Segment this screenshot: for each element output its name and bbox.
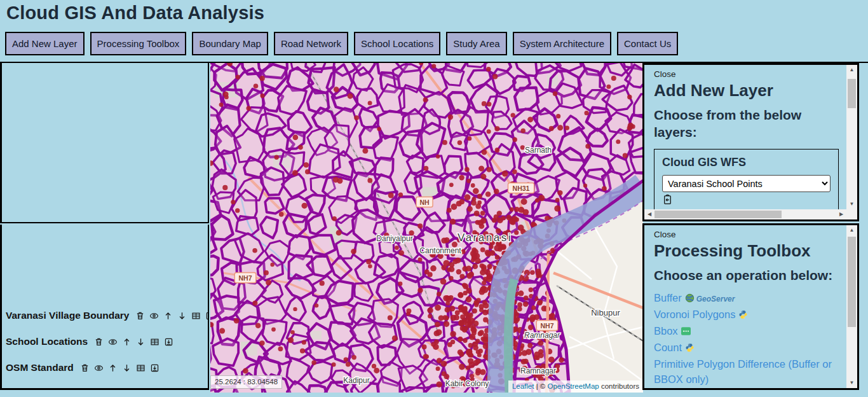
geoserver-wordmark: GeoServer	[696, 295, 735, 303]
add-new-layer-panel: Close Add New Layer Choose from the belo…	[642, 63, 859, 221]
svg-text:NH: NH	[419, 198, 429, 206]
layer-list: Varanasi Village BoundarySchool Location…	[2, 225, 208, 373]
svg-text:Nibupur: Nibupur	[591, 308, 620, 317]
visibility-icon[interactable]	[108, 337, 118, 347]
mouse-coordinates: 25.2624 : 83.04548	[210, 375, 282, 389]
horizontal-scrollbar[interactable]: ◀ ▶	[644, 209, 846, 219]
scroll-up-arrow[interactable]: ▲	[846, 225, 857, 235]
svg-text:Ramnagar: Ramnagar	[520, 366, 556, 375]
wfs-group-title: Cloud GIS WFS	[662, 156, 831, 169]
svg-text:Cantonment: Cantonment	[419, 246, 461, 255]
copyright-symbol: ©	[540, 382, 545, 390]
python-icon	[685, 341, 695, 356]
scroll-right-arrow[interactable]: ▶	[836, 209, 846, 219]
add-layer-import-icon[interactable]	[662, 194, 673, 205]
svg-text:Kabir Colony: Kabir Colony	[445, 379, 489, 388]
nav-button-boundary-map[interactable]: Boundary Map	[192, 32, 268, 55]
attribute-table-icon[interactable]	[150, 337, 159, 347]
svg-text:Sarnath: Sarnath	[525, 146, 552, 155]
operations-list: BufferGeoServerVoronoi PolygonsBboxCount…	[654, 290, 846, 387]
map-attribution: Leaflet | © OpenStreetMap contributors	[508, 380, 643, 393]
nav-button-study-area[interactable]: Study Area	[446, 32, 506, 55]
toolbox-subtitle: Choose an operation below:	[654, 267, 843, 284]
attribute-table-icon[interactable]	[191, 311, 201, 321]
nav-button-contact-us[interactable]: Contact Us	[617, 32, 678, 55]
export-icon[interactable]	[150, 363, 159, 373]
move-down-icon[interactable]	[177, 311, 187, 321]
operation-link-buffer[interactable]: Buffer	[654, 292, 682, 303]
attribute-table-icon[interactable]	[136, 363, 146, 373]
delete-icon[interactable]	[80, 363, 90, 373]
svg-text:Kadipur: Kadipur	[343, 376, 369, 385]
scrollbar-thumb[interactable]	[654, 211, 782, 218]
add-layer-title: Add New Layer	[654, 81, 843, 101]
layer-label: Varanasi Village Boundary	[6, 310, 129, 321]
nav-button-school-locations[interactable]: School Locations	[354, 32, 440, 55]
nav-button-processing-toolbox[interactable]: Processing Toolbox	[90, 32, 187, 55]
svg-text:NH7: NH7	[238, 274, 252, 282]
operation-link-primitive-polygon-difference-buffer-or-bbox-only[interactable]: Primitive Polygon Difference (Buffer or …	[654, 358, 832, 385]
svg-text:Varanasi: Varanasi	[458, 232, 512, 244]
svg-text:NH31: NH31	[513, 185, 530, 192]
scroll-up-arrow[interactable]: ▲	[846, 65, 857, 75]
wfs-source-group: Cloud GIS WFS Varanasi School Points	[654, 149, 839, 214]
operation-link-voronoi-polygons[interactable]: Voronoi Polygons	[654, 309, 735, 320]
operation-primitive-polygon-difference-buffer-or-bbox-only: Primitive Polygon Difference (Buffer or …	[654, 356, 846, 387]
export-icon[interactable]	[164, 337, 173, 347]
layer-row-varanasi-village-boundary: Varanasi Village Boundary	[6, 310, 208, 321]
nav-button-road-network[interactable]: Road Network	[274, 32, 348, 55]
export-icon[interactable]	[205, 311, 209, 321]
move-down-icon[interactable]	[122, 363, 132, 373]
layer-label: School Locations	[6, 336, 88, 347]
nav-bar: Add New LayerProcessing ToolboxBoundary …	[5, 32, 678, 55]
attribution-separator: |	[536, 382, 538, 390]
close-toolbox-link[interactable]: Close	[654, 230, 843, 239]
visibility-icon[interactable]	[149, 311, 159, 321]
operation-voronoi-polygons: Voronoi Polygons	[654, 307, 846, 323]
delete-icon[interactable]	[94, 337, 104, 347]
operation-buffer: BufferGeoServer	[654, 290, 846, 307]
close-add-layer-link[interactable]: Close	[654, 69, 843, 79]
scroll-left-arrow[interactable]: ◀	[644, 209, 654, 219]
svg-text:NH7: NH7	[540, 322, 553, 330]
processing-toolbox-panel: Close Processing Toolbox Choose an opera…	[642, 223, 859, 390]
attribution-suffix: contributors	[601, 382, 639, 390]
operation-link-count[interactable]: Count	[654, 342, 682, 353]
nav-button-system-architecture[interactable]: System Architecture	[513, 32, 611, 55]
osm-link[interactable]: OpenStreetMap	[548, 382, 599, 390]
leaflet-link[interactable]: Leaflet	[512, 382, 534, 390]
delete-icon[interactable]	[135, 311, 145, 321]
move-down-icon[interactable]	[136, 337, 146, 347]
layer-row-osm-standard: OSM Standard	[6, 362, 208, 373]
geoserver-icon	[685, 291, 695, 307]
map-container[interactable]: NH31NH7NHNH7VaranasiCantonmentDaniyalpur…	[210, 63, 643, 393]
operation-bbox: Bbox	[654, 323, 846, 340]
layer-row-school-locations: School Locations	[6, 336, 208, 347]
nav-button-add-new-layer[interactable]: Add New Layer	[5, 32, 85, 55]
wfs-layer-select[interactable]: Varanasi School Points	[662, 175, 831, 192]
add-layer-subtitle: Choose from the below layers:	[654, 107, 843, 141]
operation-link-bbox[interactable]: Bbox	[654, 325, 678, 337]
map-canvas[interactable]: NH31NH7NHNH7VaranasiCantonmentDaniyalpur…	[210, 63, 643, 393]
scroll-down-arrow[interactable]: ▼	[846, 378, 857, 388]
svg-text:Ramnagar: Ramnagar	[524, 331, 560, 340]
scrollbar-thumb[interactable]	[848, 79, 856, 108]
page-title: Cloud GIS And Data Analysis	[6, 3, 264, 24]
toolbox-title: Processing Toolbox	[654, 241, 843, 261]
vertical-scrollbar[interactable]: ▲ ▼	[846, 225, 857, 388]
svg-text:Daniyalpur: Daniyalpur	[376, 234, 412, 243]
layers-panel: Varanasi Village BoundarySchool Location…	[0, 225, 209, 390]
move-up-icon[interactable]	[163, 311, 173, 321]
python-icon	[738, 308, 748, 323]
move-up-icon[interactable]	[108, 363, 118, 373]
operation-count: Count	[654, 340, 846, 356]
move-up-icon[interactable]	[122, 337, 132, 347]
visibility-icon[interactable]	[94, 363, 104, 373]
vertical-scrollbar[interactable]: ▲ ▼	[846, 65, 857, 219]
green-badge-icon	[681, 324, 691, 340]
layer-label: OSM Standard	[6, 362, 74, 373]
scroll-down-arrow[interactable]: ▼	[846, 199, 857, 209]
left-empty-panel	[0, 63, 209, 223]
scrollbar-thumb[interactable]	[848, 237, 856, 327]
